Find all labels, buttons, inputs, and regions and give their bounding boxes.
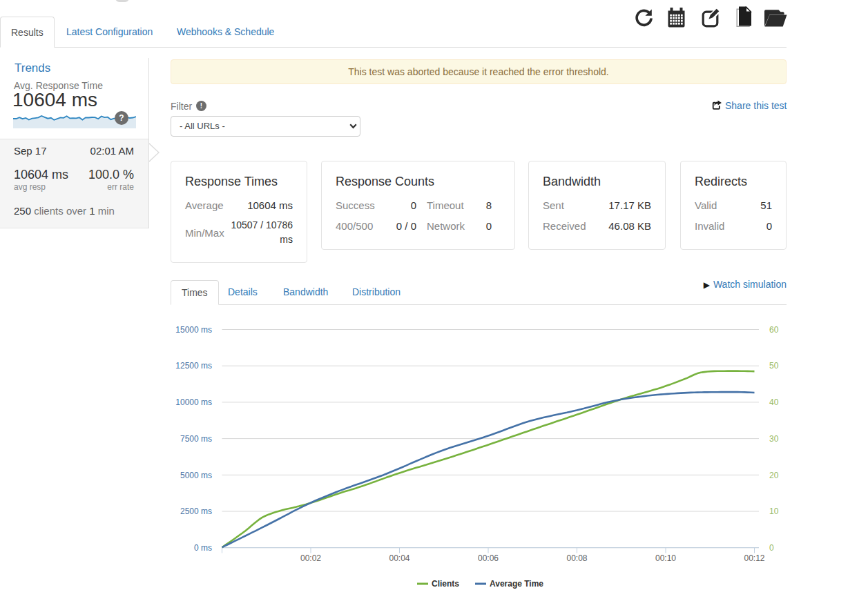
svg-text:00:08: 00:08 <box>566 553 587 563</box>
svg-text:0 ms: 0 ms <box>194 543 212 553</box>
svg-text:Clients: Clients <box>432 579 459 589</box>
svg-text:20: 20 <box>769 471 779 480</box>
svg-text:12500 ms: 12500 ms <box>175 361 212 371</box>
svg-text:Average Time: Average Time <box>490 579 543 589</box>
svg-text:2500 ms: 2500 ms <box>180 506 212 516</box>
svg-text:00:12: 00:12 <box>744 553 764 563</box>
svg-text:10000 ms: 10000 ms <box>175 397 212 407</box>
svg-text:5000 ms: 5000 ms <box>180 471 212 480</box>
svg-text:10: 10 <box>769 506 779 516</box>
svg-text:00:02: 00:02 <box>300 553 321 563</box>
svg-text:50: 50 <box>769 361 779 371</box>
svg-text:15000 ms: 15000 ms <box>175 325 212 335</box>
svg-text:60: 60 <box>769 325 779 335</box>
svg-text:7500 ms: 7500 ms <box>180 434 212 444</box>
svg-text:00:06: 00:06 <box>478 553 499 563</box>
svg-text:0: 0 <box>769 543 774 553</box>
svg-text:40: 40 <box>769 397 779 407</box>
svg-text:30: 30 <box>769 434 779 444</box>
svg-text:00:10: 00:10 <box>655 553 676 563</box>
svg-text:00:04: 00:04 <box>389 553 409 563</box>
